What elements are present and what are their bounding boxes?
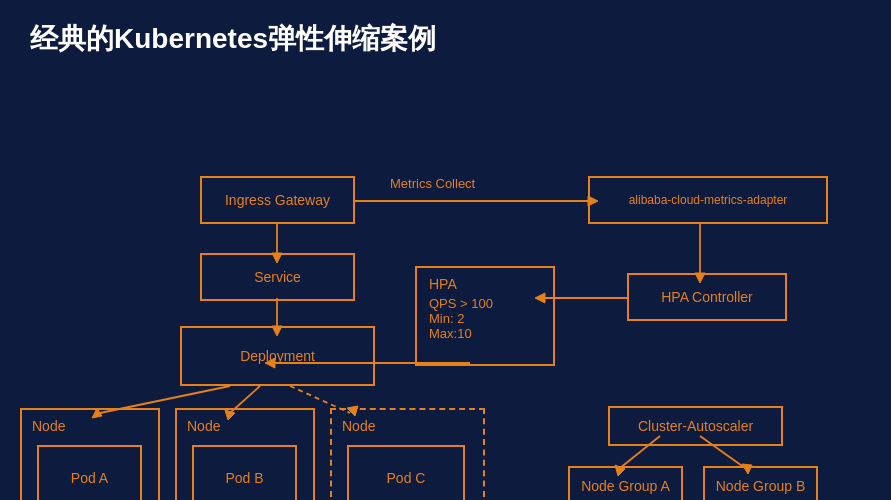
node-c-box: Node Pod C: [330, 408, 485, 500]
cluster-autoscaler-box: Cluster-Autoscaler: [608, 406, 783, 446]
deployment-box: Deployment: [180, 326, 375, 386]
node-a-box: Node Pod A: [20, 408, 160, 500]
pod-b-box: Pod B: [192, 445, 297, 500]
node-group-a-box: Node Group A: [568, 466, 683, 500]
diagram: Ingress Gateway Service Deployment aliba…: [0, 68, 891, 500]
node-b-box: Node Pod B: [175, 408, 315, 500]
service-box: Service: [200, 253, 355, 301]
metrics-adapter-box: alibaba-cloud-metrics-adapter: [588, 176, 828, 224]
page-title: 经典的Kubernetes弹性伸缩案例: [0, 0, 891, 68]
node-group-b-box: Node Group B: [703, 466, 818, 500]
pod-c-box: Pod C: [347, 445, 465, 500]
hpa-controller-box: HPA Controller: [627, 273, 787, 321]
metrics-collect-label: Metrics Collect: [390, 176, 475, 191]
ingress-gateway-box: Ingress Gateway: [200, 176, 355, 224]
pod-a-box: Pod A: [37, 445, 142, 500]
hpa-box: HPA QPS > 100 Min: 2 Max:10: [415, 266, 555, 366]
